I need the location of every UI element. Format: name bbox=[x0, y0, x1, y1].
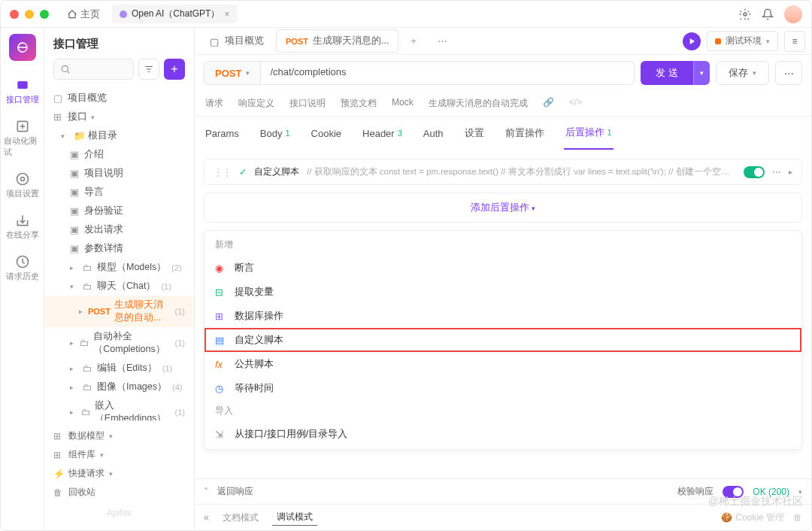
tree-doc-item[interactable]: ▣参数详情 bbox=[44, 239, 194, 258]
reqtab-params[interactable]: Params bbox=[204, 117, 241, 150]
subtab-link-icon[interactable]: 🔗 bbox=[541, 91, 556, 116]
dropdown-wait[interactable]: ◷等待时间 bbox=[205, 376, 801, 400]
component-icon: ⊞ bbox=[53, 450, 64, 460]
tree-folder[interactable]: ▸🗀嵌入（Embeddings）(1) bbox=[44, 396, 194, 420]
dropdown-assert[interactable]: ◉断言 bbox=[205, 256, 801, 280]
status-label[interactable]: OK (200) bbox=[753, 487, 789, 497]
tree-folder[interactable]: ▸🗀编辑（Edits）(1) bbox=[44, 359, 194, 378]
subtab-preview[interactable]: 预览文档 bbox=[339, 91, 378, 116]
tab-overview[interactable]: ▢ 项目概览 bbox=[201, 30, 273, 52]
reqtab-label: Body bbox=[260, 128, 283, 139]
close-window[interactable] bbox=[10, 10, 19, 19]
notification-icon[interactable] bbox=[762, 8, 774, 20]
subtab-request[interactable]: 请求 bbox=[204, 91, 225, 116]
layout-button[interactable]: ≡ bbox=[784, 31, 805, 52]
minimize-window[interactable] bbox=[25, 10, 34, 19]
reqtab-header[interactable]: Header3 bbox=[361, 117, 404, 150]
dropdown-extract[interactable]: ⊟提取变量 bbox=[205, 280, 801, 304]
sidebar-trash[interactable]: 🗑回收站 bbox=[53, 483, 185, 502]
tree-folder[interactable]: ▸🗀图像（Images）(4) bbox=[44, 378, 194, 396]
run-button[interactable] bbox=[683, 32, 701, 50]
sidebar-data-model[interactable]: ⊞数据模型▾ bbox=[53, 426, 185, 445]
tree-root-dir[interactable]: ▾ 📁 根目录 bbox=[44, 126, 194, 145]
tree-doc-item[interactable]: ▣导言 bbox=[44, 183, 194, 202]
subtab-response[interactable]: 响应定义 bbox=[237, 91, 276, 116]
tree-label: 参数详情 bbox=[84, 242, 123, 255]
rail-automation[interactable]: 自动化测试 bbox=[1, 113, 44, 164]
sidebar-quick-request[interactable]: ⚡快捷请求▾ bbox=[53, 464, 185, 483]
tree-doc-item[interactable]: ▣发出请求 bbox=[44, 220, 194, 239]
subtab-code-icon[interactable]: </> bbox=[568, 91, 583, 116]
chevron-right-icon: ▸ bbox=[70, 384, 79, 391]
sf-label: 快捷请求 bbox=[68, 467, 105, 480]
settings-icon[interactable] bbox=[739, 8, 751, 20]
tree-overview[interactable]: ▢ 项目概览 bbox=[44, 89, 194, 108]
footer-tab-debug[interactable]: 调试模式 bbox=[272, 509, 317, 526]
tree-doc-item[interactable]: ▣身份验证 bbox=[44, 202, 194, 220]
reqtab-auth[interactable]: Auth bbox=[422, 117, 445, 150]
add-tab-button[interactable]: + bbox=[401, 32, 425, 51]
add-button[interactable]: + bbox=[164, 59, 185, 80]
dropdown-import[interactable]: ⇲从接口/接口用例/目录导入 bbox=[205, 422, 801, 446]
collapse-sidebar-icon[interactable]: « bbox=[204, 512, 209, 523]
response-back-label[interactable]: 返回响应 bbox=[217, 485, 253, 498]
rail-history[interactable]: 请求历史 bbox=[1, 248, 44, 288]
project-tab[interactable]: Open AI（ChatGPT） × bbox=[112, 5, 237, 23]
tree-folder[interactable]: ▸🗀模型（Models）(2) bbox=[44, 258, 194, 277]
rail-project-settings[interactable]: 项目设置 bbox=[1, 165, 44, 205]
chevron-right-icon[interactable]: ▸ bbox=[789, 168, 792, 176]
workspace-logo[interactable] bbox=[9, 34, 36, 61]
tree-doc-item[interactable]: ▣项目说明 bbox=[44, 164, 194, 183]
dropdown-database[interactable]: ⊞数据库操作 bbox=[205, 304, 801, 328]
trash-icon[interactable]: 🗑 bbox=[793, 512, 802, 523]
user-avatar[interactable] bbox=[784, 5, 802, 23]
script-row[interactable]: ⋮⋮ ✓ 自定义脚本 // 获取响应的文本 const text = pm.re… bbox=[204, 159, 802, 185]
tab-menu-button[interactable]: ⋯ bbox=[429, 31, 456, 51]
rail-share[interactable]: 在线分享 bbox=[1, 207, 44, 247]
method-select[interactable]: POST ▾ bbox=[204, 61, 261, 85]
footer-tab-doc[interactable]: 文档模式 bbox=[218, 510, 263, 526]
subtab-gen[interactable]: 生成聊天消息的自动完成 bbox=[427, 91, 529, 116]
reqtab-cookie[interactable]: Cookie bbox=[310, 117, 343, 150]
tree-folder[interactable]: ▸🗀自动补全（Completions）(1) bbox=[44, 327, 194, 359]
cookie-manager[interactable]: 🍪Cookie 管理 bbox=[721, 511, 784, 524]
maximize-window[interactable] bbox=[40, 10, 49, 19]
reqtab-pre[interactable]: 前置操作 bbox=[504, 117, 546, 150]
send-dropdown-button[interactable]: ▾ bbox=[693, 61, 710, 85]
subtab-mock[interactable]: Mock bbox=[390, 91, 415, 116]
environment-select[interactable]: 测试环境 ▾ bbox=[707, 31, 778, 51]
chevron-down-icon[interactable]: ▾ bbox=[798, 488, 802, 496]
tree-api-item[interactable]: ▸POST生成聊天消息的自动...(1) bbox=[44, 296, 194, 327]
script-icon: ▤ bbox=[215, 335, 227, 346]
subtab-desc[interactable]: 接口说明 bbox=[288, 91, 327, 116]
sub-tabs: 请求 响应定义 接口说明 预览文档 Mock 生成聊天消息的自动完成 🔗 </> bbox=[195, 91, 811, 117]
drag-handle-icon[interactable]: ⋮⋮ bbox=[214, 167, 232, 178]
reqtab-body[interactable]: Body1 bbox=[259, 117, 292, 150]
verify-toggle[interactable] bbox=[723, 486, 744, 498]
chevron-down-icon: ▾ bbox=[700, 69, 704, 77]
more-icon[interactable]: ⋯ bbox=[772, 167, 781, 178]
search-input[interactable] bbox=[53, 59, 134, 80]
method-badge: POST bbox=[286, 37, 308, 46]
reqtab-settings[interactable]: 设置 bbox=[463, 117, 486, 150]
close-tab-icon[interactable]: × bbox=[224, 9, 229, 20]
save-button[interactable]: 保存▾ bbox=[716, 61, 769, 85]
sidebar-components[interactable]: ⊞组件库▾ bbox=[53, 445, 185, 464]
url-input[interactable]: /chat/completions bbox=[261, 61, 635, 85]
home-button[interactable]: 主页 bbox=[61, 5, 106, 24]
send-button[interactable]: 发 送 bbox=[641, 61, 693, 85]
more-button[interactable]: ⋯ bbox=[775, 61, 802, 85]
reqtab-post[interactable]: 后置操作1 bbox=[564, 117, 614, 150]
tree-doc-item[interactable]: ▣介绍 bbox=[44, 145, 194, 164]
tree-label: 生成聊天消息的自动... bbox=[114, 299, 170, 324]
tree-folder[interactable]: ▾🗀聊天（Chat）(1) bbox=[44, 277, 194, 296]
collapse-icon[interactable]: ˄ bbox=[204, 487, 208, 497]
filter-button[interactable] bbox=[138, 59, 159, 80]
tab-api[interactable]: POST 生成聊天消息的... bbox=[276, 29, 398, 53]
script-toggle[interactable] bbox=[744, 166, 765, 178]
tree-api-root[interactable]: ⊞ 接口 ▾ bbox=[44, 108, 194, 126]
dropdown-public-script[interactable]: fx公共脚本 bbox=[205, 352, 801, 376]
dropdown-custom-script[interactable]: ▤自定义脚本 bbox=[205, 328, 801, 352]
rail-api-manage[interactable]: 接口管理 bbox=[1, 71, 44, 111]
add-operation-button[interactable]: 添加后置操作 ▾ bbox=[204, 193, 802, 223]
